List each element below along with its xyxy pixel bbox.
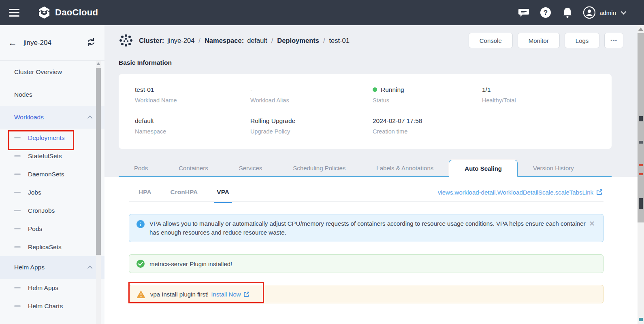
sidebar-nav: Cluster Overview Nodes Workloads Deploym… xyxy=(0,61,104,315)
help-icon[interactable]: ? xyxy=(540,6,552,19)
tab-services[interactable]: Services xyxy=(224,160,278,176)
breadcrumb-namespace-label: Namespace: xyxy=(205,37,244,44)
tab-scheduling-policies[interactable]: Scheduling Policies xyxy=(277,160,361,176)
breadcrumb-workload-name: test-01 xyxy=(329,37,349,44)
close-icon[interactable]: ✕ xyxy=(589,219,595,227)
subtab-vpa[interactable]: VPA xyxy=(217,188,229,196)
logs-button[interactable]: Logs xyxy=(565,33,600,48)
sidebar-item-replicasets[interactable]: ReplicaSets xyxy=(0,238,104,256)
brand-name: DaoCloud xyxy=(55,7,98,18)
breadcrumb: Cluster: jinye-204 / Namespace: default … xyxy=(119,32,623,49)
dash-icon xyxy=(14,287,21,288)
breadcrumb-section[interactable]: Deployments xyxy=(277,37,319,44)
scrollbar-mark xyxy=(639,164,643,166)
dash-icon xyxy=(14,192,21,193)
monitor-button[interactable]: Monitor xyxy=(518,33,560,48)
sidebar-group-helm-apps[interactable]: Helm Apps xyxy=(0,256,104,279)
status-running-dot xyxy=(373,87,377,92)
chevron-up-icon xyxy=(87,115,93,121)
field-status: Running Status xyxy=(373,86,482,104)
sidebar-scrollbar-thumb[interactable] xyxy=(96,68,101,255)
messages-icon[interactable] xyxy=(518,6,530,19)
hamburger-menu-icon[interactable] xyxy=(9,7,19,19)
scroll-up-arrow-icon[interactable] xyxy=(96,62,100,65)
field-healthy-total: 1/1 Healthy/Total xyxy=(482,86,612,104)
daocloud-logo-icon xyxy=(37,6,51,19)
field-namespace: default Namespace xyxy=(135,117,250,135)
switch-cluster-icon[interactable] xyxy=(87,38,96,48)
sidebar-item-cronjobs[interactable]: CronJobs xyxy=(0,201,104,220)
dash-icon xyxy=(14,174,21,175)
sidebar-scrollbar[interactable] xyxy=(96,61,101,324)
info-icon: i xyxy=(136,220,145,228)
sidebar-cluster-name: jinye-204 xyxy=(23,39,51,47)
notifications-bell-icon[interactable] xyxy=(561,6,574,19)
tab-containers[interactable]: Containers xyxy=(163,160,224,176)
main-content: Cluster: jinye-204 / Namespace: default … xyxy=(104,25,638,324)
tab-pods[interactable]: Pods xyxy=(119,160,163,176)
console-button[interactable]: Console xyxy=(469,33,513,48)
vpa-install-text: vpa Install plugin first! xyxy=(150,291,209,298)
sidebar-item-helm-apps[interactable]: Helm Apps xyxy=(0,279,104,297)
sidebar-item-daemonsets[interactable]: DaemonSets xyxy=(0,165,104,183)
subtab-divider xyxy=(129,201,603,202)
success-check-icon xyxy=(136,260,145,268)
metrics-server-text: metrics-server Plugin installed! xyxy=(149,260,232,267)
tab-labels-annotations[interactable]: Labels & Annotations xyxy=(361,160,449,176)
sidebar-item-helm-charts[interactable]: Helm Charts xyxy=(0,297,104,315)
scrollbar-mark xyxy=(639,173,643,175)
breadcrumb-namespace-value[interactable]: default xyxy=(247,37,267,44)
sidebar-item-pods[interactable]: Pods xyxy=(0,220,104,238)
external-link-icon xyxy=(596,189,603,195)
vpa-info-text: VPA allows you to manually or automatica… xyxy=(149,219,587,237)
tab-version-history[interactable]: Version History xyxy=(518,160,589,176)
field-creation-time: 2024-02-07 17:58 Creation time xyxy=(373,117,482,135)
dash-icon xyxy=(14,155,21,157)
breadcrumb-cluster-value[interactable]: jinye-204 xyxy=(167,37,194,44)
dash-icon xyxy=(14,246,21,248)
scrollbar-mark xyxy=(639,318,643,321)
cluster-dots-icon xyxy=(119,33,133,48)
username-label: admin xyxy=(599,9,616,16)
field-upgrade-policy: Rolling Upgrade Upgrade Policy xyxy=(250,117,373,135)
vpa-info-alert: i VPA allows you to manually or automati… xyxy=(129,214,603,242)
vpa-install-alert: vpa Install plugin first! Install Now xyxy=(129,285,603,303)
user-avatar[interactable] xyxy=(583,6,595,19)
sidebar-item-jobs[interactable]: Jobs xyxy=(0,183,104,201)
top-navbar: DaoCloud ? admin xyxy=(0,0,644,25)
sidebar-header: ← jinye-204 xyxy=(0,25,104,61)
sidebar: ← jinye-204 Cluster Overview Nodes Workl… xyxy=(0,25,104,324)
scroll-up-arrow-icon[interactable] xyxy=(638,28,643,31)
daocloud-logo: DaoCloud xyxy=(37,6,98,19)
install-now-link[interactable]: Install Now xyxy=(211,291,249,298)
more-actions-button[interactable]: ••• xyxy=(604,33,623,48)
auto-scaling-panel: HPA CronHPA VPA views.workload-detail.Wo… xyxy=(104,177,638,324)
sidebar-item-statefulsets[interactable]: StatefulSets xyxy=(0,147,104,165)
field-workload-name: test-01 Workload Name xyxy=(135,86,250,104)
page-scrollbar-thumb[interactable] xyxy=(638,33,644,222)
sidebar-item-cluster-overview[interactable]: Cluster Overview xyxy=(0,61,104,83)
field-workload-alias: - Workload Alias xyxy=(250,86,373,104)
basic-information-title: Basic Information xyxy=(119,59,172,66)
scale-tabs-link[interactable]: views.workload-detail.WorkloadDetailScal… xyxy=(438,189,603,196)
scrollbar-mark xyxy=(639,116,643,121)
dash-icon xyxy=(14,137,21,138)
page-scrollbar[interactable] xyxy=(638,25,644,324)
dash-icon xyxy=(14,210,21,211)
sidebar-group-workloads[interactable]: Workloads xyxy=(0,106,104,129)
sidebar-item-deployments[interactable]: Deployments xyxy=(0,129,104,147)
svg-text:i: i xyxy=(140,221,141,227)
tab-auto-scaling[interactable]: Auto Scaling xyxy=(449,160,518,177)
back-arrow-icon[interactable]: ← xyxy=(8,38,17,47)
chevron-down-icon[interactable] xyxy=(621,9,626,15)
dash-icon xyxy=(14,305,21,307)
metrics-server-alert: metrics-server Plugin installed! xyxy=(129,254,603,273)
subtab-hpa[interactable]: HPA xyxy=(139,188,151,196)
warning-icon xyxy=(136,290,145,298)
scrollbar-mark xyxy=(639,198,643,209)
external-link-icon xyxy=(243,291,249,297)
basic-information-card: test-01 Workload Name - Workload Alias R… xyxy=(119,74,612,149)
sidebar-item-nodes[interactable]: Nodes xyxy=(0,83,104,106)
breadcrumb-cluster-label: Cluster: xyxy=(139,37,164,44)
subtab-cronhpa[interactable]: CronHPA xyxy=(171,188,198,196)
